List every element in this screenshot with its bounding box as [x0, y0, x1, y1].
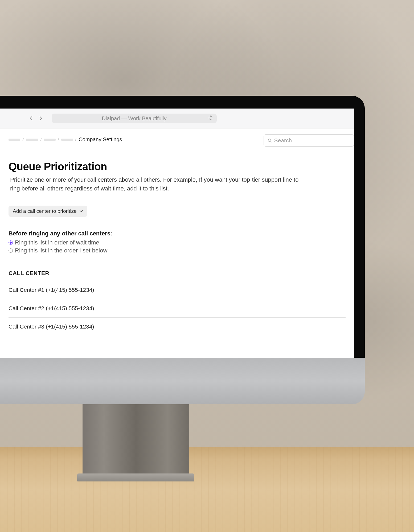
- browser-toolbar: Dialpad — Work Beautifully: [0, 109, 354, 128]
- breadcrumb-item-placeholder[interactable]: [61, 139, 73, 141]
- breadcrumb-item-placeholder[interactable]: [9, 139, 20, 141]
- table-row[interactable]: Call Center #2 (+1(415) 555-1234): [9, 299, 346, 318]
- search-input[interactable]: [274, 137, 350, 144]
- radio-heading: Before ringing any other call centers:: [9, 230, 346, 237]
- breadcrumb-separator: /: [40, 137, 42, 143]
- monitor-stand: [83, 399, 189, 476]
- refresh-icon: [208, 115, 213, 120]
- call-center-table: CALL CENTER Call Center #1 (+1(415) 555-…: [9, 270, 346, 336]
- table-header: CALL CENTER: [9, 270, 346, 281]
- screen: Dialpad — Work Beautifully / / / / Compa…: [0, 109, 354, 358]
- radio-label: Ring this list in order of wait time: [15, 239, 99, 246]
- breadcrumb-current: Company Settings: [79, 136, 122, 143]
- chevron-down-icon: [79, 210, 83, 213]
- page-title: Queue Prioritization: [9, 161, 346, 173]
- breadcrumb-item-placeholder[interactable]: [26, 139, 38, 141]
- dropdown-label: Add a call center to prioritize: [13, 208, 77, 214]
- radio-option-custom-order[interactable]: Ring this list in the order I set below: [9, 247, 346, 254]
- radio-option-wait-time[interactable]: Ring this list in order of wait time: [9, 239, 346, 246]
- address-bar[interactable]: Dialpad — Work Beautifully: [52, 114, 217, 123]
- refresh-button[interactable]: [208, 115, 213, 121]
- page-description: Prioritize one or more of your call cent…: [9, 175, 301, 193]
- radio-input-checked[interactable]: [9, 240, 13, 245]
- monitor-stand-base: [77, 473, 194, 481]
- chevron-right-icon: [39, 116, 42, 121]
- search-icon: [268, 138, 272, 143]
- address-text: Dialpad — Work Beautifully: [102, 115, 166, 122]
- back-button[interactable]: [29, 116, 34, 121]
- svg-line-1: [270, 141, 271, 142]
- search-box[interactable]: [264, 134, 354, 147]
- table-row[interactable]: Call Center #1 (+1(415) 555-1234): [9, 281, 346, 299]
- page-content: / / / / Company Settings Queue Prioritiz…: [0, 128, 354, 344]
- add-call-center-dropdown[interactable]: Add a call center to prioritize: [9, 206, 87, 217]
- chevron-left-icon: [30, 116, 33, 121]
- radio-label: Ring this list in the order I set below: [15, 247, 107, 254]
- nav-buttons: [29, 116, 43, 121]
- radio-section: Before ringing any other call centers: R…: [9, 230, 346, 254]
- monitor-frame: Dialpad — Work Beautifully / / / / Compa…: [0, 96, 365, 358]
- radio-input-unchecked[interactable]: [9, 248, 13, 253]
- breadcrumb-separator: /: [75, 137, 76, 143]
- monitor-chin: [0, 358, 365, 404]
- table-row[interactable]: Call Center #3 (+1(415) 555-1234): [9, 318, 346, 336]
- breadcrumb-item-placeholder[interactable]: [44, 139, 56, 141]
- breadcrumb-separator: /: [22, 137, 24, 143]
- breadcrumb-separator: /: [58, 137, 59, 143]
- forward-button[interactable]: [38, 116, 43, 121]
- desk-surface: [0, 447, 414, 532]
